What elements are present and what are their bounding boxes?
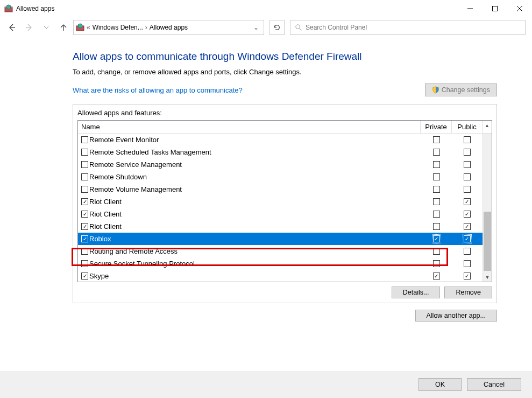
checkbox[interactable]: ✓ <box>464 223 471 230</box>
checkbox[interactable] <box>81 186 88 193</box>
page-heading: Allow apps to communicate through Window… <box>73 51 497 62</box>
risks-link[interactable]: What are the risks of allowing an app to… <box>73 86 243 94</box>
apps-grid: Name Private Public ▲ Remote Event Monit… <box>77 120 492 282</box>
table-row[interactable]: Secure Socket Tunneling Protocol <box>78 257 492 270</box>
app-name: Riot Client <box>89 198 122 206</box>
shield-icon <box>432 86 439 94</box>
table-row[interactable]: Remote Scheduled Tasks Management <box>78 146 492 158</box>
grid-header: Name Private Public ▲ <box>78 121 492 134</box>
checkbox[interactable] <box>464 260 471 267</box>
app-name: Remote Event Monitor <box>89 136 159 144</box>
checkbox[interactable] <box>433 248 440 255</box>
chevron-right-icon: › <box>145 24 147 31</box>
checkbox[interactable] <box>81 136 88 143</box>
checkbox[interactable]: ✓ <box>464 273 471 280</box>
checkbox[interactable]: ✓ <box>433 273 440 280</box>
checkbox[interactable] <box>81 173 88 180</box>
checkbox[interactable] <box>464 173 471 180</box>
breadcrumb[interactable]: « Windows Defen... › Allowed apps ⌄ <box>73 20 264 35</box>
checkbox[interactable]: ✓ <box>81 235 88 242</box>
close-button[interactable] <box>507 0 532 17</box>
app-name: Secure Socket Tunneling Protocol <box>89 260 195 268</box>
svg-line-13 <box>300 29 302 31</box>
cancel-button[interactable]: Cancel <box>467 378 521 391</box>
change-settings-button[interactable]: Change settings <box>425 83 497 96</box>
remove-button[interactable]: Remove <box>444 287 492 298</box>
scroll-thumb[interactable] <box>484 212 491 271</box>
checkbox[interactable]: ✓ <box>81 198 88 205</box>
table-row[interactable]: ✓Riot Client✓ <box>78 220 492 233</box>
col-private[interactable]: Private <box>421 121 452 133</box>
col-public[interactable]: Public <box>452 121 482 133</box>
panel-label: Allowed apps and features: <box>77 109 492 117</box>
checkbox[interactable]: ✓ <box>433 235 440 242</box>
table-row[interactable]: Remote Service Management <box>78 158 492 171</box>
allow-another-app-button[interactable]: Allow another app... <box>415 310 498 322</box>
breadcrumb-item[interactable]: Allowed apps <box>150 24 188 31</box>
checkbox[interactable]: ✓ <box>81 211 88 218</box>
maximize-button[interactable] <box>483 0 507 17</box>
scroll-header: ▲ <box>482 121 492 133</box>
details-button[interactable]: Details... <box>392 287 441 298</box>
app-name: Riot Client <box>89 222 122 231</box>
window-title: Allowed apps <box>16 5 54 12</box>
checkbox[interactable] <box>81 161 88 168</box>
table-row[interactable]: Routing and Remote Access <box>78 245 492 257</box>
table-row[interactable]: ✓Skype✓✓ <box>78 270 492 282</box>
svg-point-12 <box>296 25 300 29</box>
app-name: Riot Client <box>89 210 122 218</box>
back-button[interactable] <box>4 20 19 35</box>
checkbox[interactable] <box>464 136 471 143</box>
checkbox[interactable] <box>433 260 440 267</box>
checkbox[interactable] <box>81 260 88 267</box>
dialog-footer: OK Cancel <box>0 371 532 398</box>
scroll-up-icon[interactable]: ▲ <box>483 121 492 130</box>
checkbox[interactable] <box>433 211 440 218</box>
scrollbar[interactable]: ▼ <box>483 134 492 282</box>
search-input[interactable] <box>306 24 521 31</box>
chevron-down-icon[interactable]: ⌄ <box>251 24 261 31</box>
table-row[interactable]: ✓Riot Client✓ <box>78 195 492 208</box>
checkbox[interactable] <box>433 149 440 156</box>
ok-button[interactable]: OK <box>418 378 462 391</box>
recent-dropdown[interactable] <box>39 20 54 35</box>
table-row[interactable]: ✓Riot Client✓ <box>78 208 492 220</box>
svg-point-2 <box>6 5 11 9</box>
table-row[interactable]: Remote Volume Management <box>78 183 492 195</box>
table-row[interactable]: Remote Event Monitor <box>78 134 492 146</box>
app-name: Remote Volume Management <box>89 185 182 193</box>
app-name: Skype <box>89 272 109 280</box>
refresh-button[interactable] <box>269 20 285 35</box>
checkbox[interactable] <box>433 198 440 205</box>
checkbox[interactable]: ✓ <box>464 198 471 205</box>
app-name: Remote Scheduled Tasks Management <box>89 148 211 156</box>
breadcrumb-item[interactable]: Windows Defen... <box>93 24 143 31</box>
chevron-left-icon: « <box>87 24 90 31</box>
checkbox[interactable]: ✓ <box>81 273 88 280</box>
checkbox[interactable] <box>433 186 440 193</box>
up-button[interactable] <box>56 20 71 35</box>
checkbox[interactable] <box>433 136 440 143</box>
col-name[interactable]: Name <box>78 121 421 133</box>
checkbox[interactable] <box>464 248 471 255</box>
scroll-down-icon[interactable]: ▼ <box>483 273 492 282</box>
checkbox[interactable]: ✓ <box>464 235 471 242</box>
checkbox[interactable] <box>81 248 88 255</box>
app-name: Roblox <box>89 235 111 243</box>
table-row[interactable]: Remote Shutdown <box>78 171 492 183</box>
checkbox[interactable] <box>464 161 471 168</box>
checkbox[interactable] <box>464 149 471 156</box>
checkbox[interactable] <box>81 149 88 156</box>
checkbox[interactable] <box>433 173 440 180</box>
minimize-button[interactable] <box>458 0 483 17</box>
checkbox[interactable] <box>433 223 440 230</box>
search-box[interactable] <box>290 20 526 35</box>
checkbox[interactable] <box>433 161 440 168</box>
firewall-icon <box>4 4 13 13</box>
content: Allow apps to communicate through Window… <box>0 38 532 322</box>
forward-button[interactable] <box>22 20 37 35</box>
table-row[interactable]: ✓Roblox✓✓ <box>78 233 492 245</box>
checkbox[interactable]: ✓ <box>81 223 88 230</box>
checkbox[interactable] <box>464 186 471 193</box>
checkbox[interactable]: ✓ <box>464 211 471 218</box>
